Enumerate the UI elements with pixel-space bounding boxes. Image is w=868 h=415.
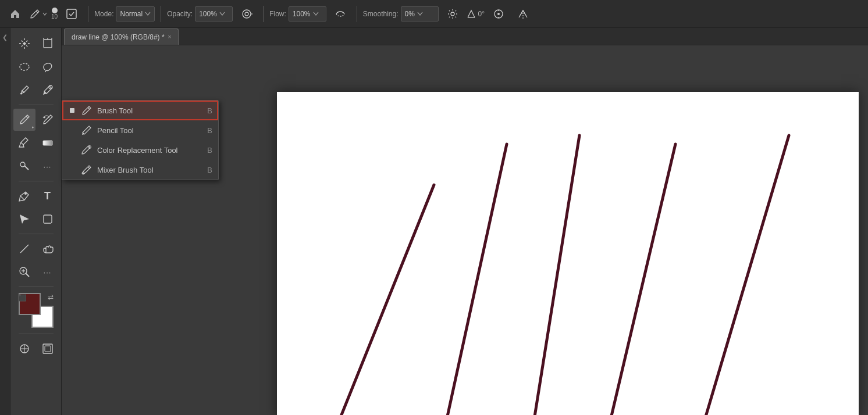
brush-dot [52,8,58,13]
svg-rect-18 [43,141,52,145]
tool-row-2 [13,56,59,78]
svg-point-19 [20,162,25,167]
brush-tool-shortcut: B [207,106,212,115]
flyout-color-replacement-tool[interactable]: Color Replacement Tool B [62,140,218,160]
active-square [70,108,74,113]
more-dots: ··· [44,162,52,171]
more-dots-2: ··· [44,268,52,277]
gradient-tool[interactable] [37,132,59,154]
tool-row-4: ▸ [13,109,59,131]
svg-point-16 [20,93,22,95]
flow-value-box[interactable]: 100% [289,6,326,22]
opacity-value: 100% [199,10,217,18]
sep3 [263,6,264,22]
color-swatches: ⇄ ⬛ [19,293,54,328]
brush-tool-label: Brush Tool [97,106,202,115]
tool-flyout-arrow: ▸ [32,125,34,130]
smoothing-value: 0% [405,10,415,18]
tool-row-3 [13,79,59,101]
tab-close-button[interactable]: × [168,34,172,40]
flyout-active-marker [68,108,76,113]
mode-label: Mode: [94,10,113,18]
move-tool[interactable] [13,33,35,55]
screen-mode-tool[interactable] [37,338,59,360]
line-tool[interactable] [13,238,35,260]
svg-line-30 [309,185,434,415]
svg-point-1 [243,10,251,18]
tool-row-5 [13,132,59,154]
tool-row-7: T [13,185,59,207]
drawing-canvas[interactable] [277,92,859,415]
left-panel-collapse[interactable]: ❮ [0,28,10,415]
brush-size-indicator[interactable]: 10 [51,8,58,20]
flow-label: Flow: [269,10,286,18]
quick-mask-tool[interactable] [13,338,35,360]
pencil-tool-icon [81,124,93,136]
tool-sep-5 [19,334,54,334]
flyout-brush-tool[interactable]: Brush Tool B [62,101,218,120]
flyout-mixer-brush-tool[interactable]: Mixer Brush Tool B [62,160,218,180]
svg-line-22 [20,245,29,253]
opacity-group: Opacity: 100% [167,6,233,22]
eraser-tool[interactable] [13,132,35,154]
document-tab[interactable]: draw line @ 100% (RGB/8#) * × [64,28,179,45]
flow-value: 100% [293,10,311,18]
marquee-tool[interactable] [13,56,35,78]
artboard-tool[interactable] [37,33,59,55]
svg-rect-0 [67,9,76,19]
smoothing-label: Smoothing: [363,10,399,18]
symmetry-button[interactable] [513,3,533,24]
tool-row-1 [13,33,59,55]
more-tools[interactable]: ··· [37,155,59,177]
tool-row-9 [13,238,59,260]
opacity-value-box[interactable]: 100% [195,6,233,22]
zoom-tool[interactable] [13,261,35,283]
color-replacement-label: Color Replacement Tool [97,146,202,155]
settings-button[interactable] [442,3,463,24]
pressure-button[interactable] [488,3,509,24]
spot-heal-tool[interactable] [37,79,59,101]
canvas-container [277,92,859,415]
opacity-label: Opacity: [167,10,193,18]
top-toolbar: 10 Mode: Normal Opacity: 100% [0,0,868,28]
smoothing-group: Smoothing: 0% [363,6,439,22]
home-button[interactable] [5,3,26,24]
shape-tool[interactable] [37,208,59,230]
history-brush-tool[interactable] [37,109,59,131]
mixer-brush-label: Mixer Brush Tool [97,166,202,174]
tool-sep-1 [19,105,54,105]
lasso-tool[interactable] [37,56,59,78]
tabs-bar: draw line @ 100% (RGB/8#) * × [62,28,868,45]
text-tool[interactable]: T [37,185,59,207]
svg-line-24 [26,274,29,277]
sep4 [357,6,357,22]
path-selection-tool[interactable] [13,208,35,230]
svg-line-34 [690,135,789,415]
tab-title: draw line @ 100% (RGB/8#) * [72,33,165,41]
flow-mode-button[interactable] [330,3,351,24]
brush-mode-switch[interactable] [61,3,82,24]
brush-tool-header[interactable] [29,8,48,20]
airbrush-button[interactable] [236,3,257,24]
flyout-pencil-tool[interactable]: Pencil Tool B [62,120,218,140]
pencil-tool-label: Pencil Tool [97,126,202,135]
tool-row-8 [13,208,59,230]
tool-sep-4 [19,287,54,287]
brush-size-value: 10 [51,13,58,20]
svg-point-20 [24,192,27,195]
dodge-tool[interactable] [13,155,35,177]
reset-colors-button[interactable]: ⬛ [19,294,54,328]
brush-tool-button[interactable]: ▸ [13,109,35,131]
pencil-tool-shortcut: B [207,126,212,135]
hand-tool[interactable] [37,238,59,260]
more-tools-2[interactable]: ··· [37,261,59,283]
svg-point-15 [20,63,29,70]
svg-rect-29 [45,346,51,352]
smoothing-value-box[interactable]: 0% [401,6,439,22]
mode-dropdown[interactable]: Normal [116,6,155,22]
svg-point-4 [451,12,454,16]
collapse-icon: ❮ [2,34,8,41]
pen-tool[interactable] [13,185,35,207]
tool-row-10: ··· [13,261,59,283]
eyedropper-tool[interactable] [13,79,35,101]
